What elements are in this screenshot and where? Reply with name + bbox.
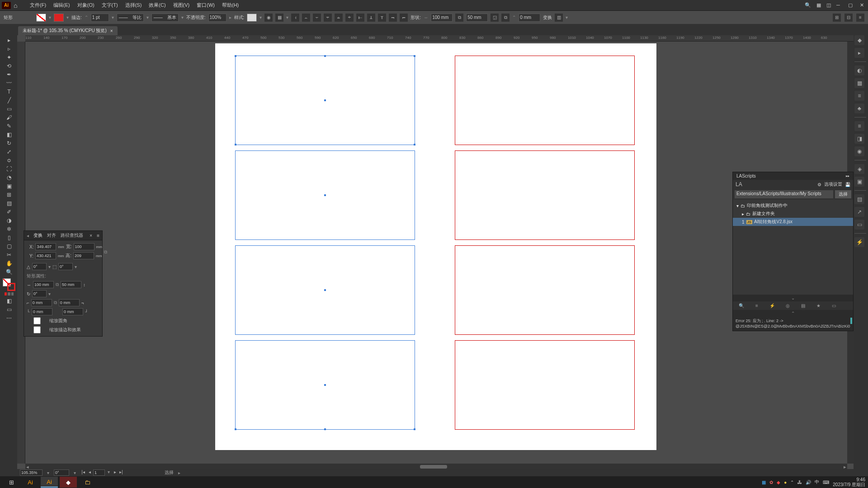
shear-input[interactable] bbox=[58, 263, 73, 270]
bookmark-icon[interactable]: ▤ bbox=[799, 303, 807, 308]
zoom-input[interactable] bbox=[20, 469, 42, 476]
scale-tool[interactable]: ⤢ bbox=[3, 148, 15, 156]
draw-mode[interactable]: ◧ bbox=[3, 297, 15, 305]
tray-vol-icon[interactable]: 🔊 bbox=[806, 480, 811, 485]
task-app3[interactable]: ◆ bbox=[60, 477, 77, 488]
brush-tool[interactable]: 🖌 bbox=[3, 113, 15, 122]
link-wh-icon[interactable]: ⧉ bbox=[104, 249, 107, 255]
rotate-tool[interactable]: ↻ bbox=[3, 139, 15, 147]
corner-tl-input[interactable] bbox=[31, 299, 52, 306]
menu-object[interactable]: 对象(O) bbox=[74, 2, 98, 9]
lasso-tool[interactable]: ⟲ bbox=[3, 62, 15, 70]
search-icon[interactable]: 🔍 bbox=[805, 2, 811, 8]
select-button[interactable]: 选择 bbox=[835, 190, 851, 198]
stroke-swatch[interactable] bbox=[54, 14, 64, 22]
align-vcenter-icon[interactable]: ⫨ bbox=[335, 14, 343, 22]
fill-stroke-indicator[interactable] bbox=[3, 278, 15, 291]
shape-h-input[interactable] bbox=[466, 14, 488, 22]
scale-corners-checkbox[interactable] bbox=[27, 317, 47, 324]
symbol-tool[interactable]: ✲ bbox=[3, 225, 15, 233]
edit-toolbar[interactable]: ⋯ bbox=[3, 314, 15, 322]
style-swatch[interactable] bbox=[247, 14, 257, 22]
rect-red-4[interactable] bbox=[455, 340, 635, 430]
corner-bl-icon[interactable]: └ bbox=[27, 310, 30, 314]
run-icon[interactable]: ⚡ bbox=[768, 303, 776, 308]
close-button[interactable]: ✕ bbox=[860, 2, 866, 9]
fill-swatch[interactable] bbox=[36, 14, 46, 22]
tray-icon-4[interactable]: ● bbox=[784, 480, 787, 485]
edit-icon[interactable]: ⊟ bbox=[844, 14, 853, 22]
star-icon[interactable]: ★ bbox=[814, 303, 822, 308]
tray-clock[interactable]: 9:462023/7/9 星期日 bbox=[833, 477, 865, 487]
ruler-horizontal[interactable]: 1101401702002302602903203503804104404705… bbox=[25, 35, 854, 42]
first-artboard-icon[interactable]: |◂ bbox=[80, 469, 86, 476]
screen-mode[interactable]: ▭ bbox=[3, 305, 15, 314]
direct-select-tool[interactable]: ▹ bbox=[3, 45, 15, 53]
scale-strokes-checkbox[interactable] bbox=[27, 326, 47, 333]
align-hcenter-icon[interactable]: ⫠ bbox=[302, 14, 310, 22]
link-wh-icon[interactable]: ⧉ bbox=[455, 14, 463, 22]
properties-icon[interactable]: ◆ bbox=[854, 35, 864, 45]
task-illustrator1[interactable]: Ai bbox=[22, 477, 39, 488]
graph-tool[interactable]: ▯ bbox=[3, 234, 15, 242]
selection-tool[interactable]: ▸ bbox=[3, 36, 15, 44]
corner-link-icon[interactable]: ⧉ bbox=[501, 14, 509, 22]
color-mode-row[interactable] bbox=[3, 291, 15, 296]
panel-menu-icon[interactable]: ≡ bbox=[97, 233, 99, 238]
rotate-input[interactable] bbox=[54, 469, 69, 476]
tray-icon-3[interactable]: ◆ bbox=[777, 480, 780, 485]
symbols-icon[interactable]: ♣ bbox=[854, 103, 864, 113]
corner-bl-input[interactable] bbox=[32, 308, 52, 315]
color-icon[interactable]: ◐ bbox=[854, 66, 864, 75]
zoom-tool[interactable]: 🔍 bbox=[3, 268, 15, 276]
panel-collapse-icon[interactable]: ▸▸ bbox=[846, 174, 849, 178]
dist-h2-icon[interactable]: ⫭ bbox=[400, 14, 408, 22]
rect-red-1[interactable] bbox=[455, 56, 635, 145]
tray-icon-1[interactable]: ▦ bbox=[762, 480, 766, 485]
isolate-icon[interactable]: ⊞ bbox=[833, 14, 841, 22]
menu-effect[interactable]: 效果(C) bbox=[145, 2, 169, 9]
x-input[interactable] bbox=[35, 243, 56, 250]
menu-type[interactable]: 文字(T) bbox=[98, 2, 122, 9]
scripts-tree[interactable]: ▾🗀印前角线测试制作中 ▸🗀新建文件夹 1JSAI轮转角线V2.8.jsx bbox=[733, 200, 853, 295]
width-tool[interactable]: ≎ bbox=[3, 156, 15, 164]
magic-wand-tool[interactable]: ✦ bbox=[3, 53, 15, 61]
menu-select[interactable]: 选择(S) bbox=[122, 2, 146, 9]
dist-spacing-icon[interactable]: ⫪ bbox=[378, 14, 386, 22]
artboard-num-input[interactable] bbox=[93, 469, 105, 476]
task-illustrator2[interactable]: Ai bbox=[41, 477, 58, 488]
tree-folder-1[interactable]: ▾🗀印前角线测试制作中 bbox=[733, 202, 853, 210]
artboard-tool[interactable]: ▢ bbox=[3, 242, 15, 250]
layers-icon[interactable]: ▤ bbox=[854, 194, 864, 204]
eraser-tool[interactable]: ◧ bbox=[3, 131, 15, 139]
appearance-icon[interactable]: ◈ bbox=[854, 164, 864, 174]
corner-tr-input[interactable] bbox=[59, 299, 80, 306]
recolor-icon[interactable]: ◉ bbox=[264, 14, 273, 22]
rect-sel-3[interactable] bbox=[235, 245, 415, 335]
transform-more-icon[interactable]: ▥ bbox=[555, 14, 563, 22]
corner-tl-icon[interactable]: ⌐ bbox=[27, 300, 29, 305]
corner-type-icon[interactable]: ◲ bbox=[491, 14, 499, 22]
next-artboard-icon[interactable]: ▸ bbox=[112, 469, 118, 476]
tree-file-1[interactable]: 1JSAI轮转角线V2.8.jsx bbox=[733, 218, 853, 226]
menu-edit[interactable]: 编辑(E) bbox=[50, 2, 74, 9]
search-icon[interactable]: 🔍 bbox=[737, 303, 745, 308]
task-explorer[interactable]: 🗀 bbox=[79, 477, 96, 488]
stroke-panel-icon[interactable]: ≡ bbox=[854, 121, 864, 131]
artboards-icon[interactable]: ▭ bbox=[854, 220, 864, 230]
note-icon[interactable]: ▭ bbox=[830, 303, 838, 308]
asset-export-icon[interactable]: ↗ bbox=[854, 207, 864, 217]
curvature-tool[interactable]: 〰 bbox=[3, 79, 15, 87]
options-label[interactable]: 选项设置 bbox=[824, 181, 842, 188]
tab-close-icon[interactable]: × bbox=[110, 28, 113, 33]
brushes-icon[interactable]: ≡ bbox=[854, 91, 864, 101]
workspace-icon[interactable]: ▦ bbox=[816, 2, 821, 8]
tray-ime[interactable]: 中 bbox=[815, 479, 819, 485]
h-input[interactable] bbox=[73, 252, 94, 259]
tray-net-icon[interactable]: 🖧 bbox=[797, 480, 802, 485]
align-grid-icon[interactable]: ▦ bbox=[275, 14, 283, 22]
align-right-icon[interactable]: ⫟ bbox=[313, 14, 321, 22]
corner-input[interactable] bbox=[519, 14, 540, 22]
rect-sel-2[interactable] bbox=[235, 150, 415, 240]
perspective-tool[interactable]: ▣ bbox=[3, 182, 15, 190]
